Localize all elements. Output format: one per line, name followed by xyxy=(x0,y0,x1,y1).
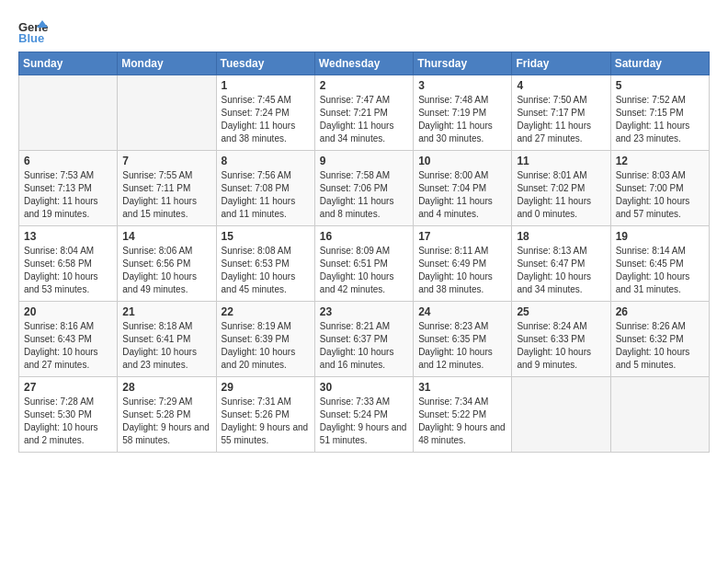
sunrise-label: Sunrise: 8:16 AM xyxy=(24,321,94,331)
day-info: Sunrise: 8:19 AM Sunset: 6:39 PM Dayligh… xyxy=(222,320,310,372)
day-info: Sunrise: 8:08 AM Sunset: 6:53 PM Dayligh… xyxy=(222,245,310,296)
day-info: Sunrise: 8:04 AM Sunset: 6:58 PM Dayligh… xyxy=(24,245,112,296)
day-info: Sunrise: 7:56 AM Sunset: 7:08 PM Dayligh… xyxy=(222,169,310,221)
sunrise-label: Sunrise: 8:06 AM xyxy=(122,246,192,256)
daylight-label: Daylight: 10 hours and 57 minutes. xyxy=(616,196,690,219)
sunset-label: Sunset: 6:37 PM xyxy=(320,334,388,344)
day-number: 14 xyxy=(122,230,210,243)
daylight-label: Daylight: 10 hours and 9 minutes. xyxy=(517,347,591,370)
day-info: Sunrise: 8:00 AM Sunset: 7:04 PM Dayligh… xyxy=(418,169,506,221)
day-number: 16 xyxy=(320,230,408,243)
daylight-label: Daylight: 11 hours and 19 minutes. xyxy=(24,196,98,219)
sunrise-label: Sunrise: 8:11 AM xyxy=(418,246,488,256)
day-number: 21 xyxy=(122,305,210,318)
sunrise-label: Sunrise: 7:33 AM xyxy=(320,396,390,407)
day-number: 23 xyxy=(320,305,408,318)
calendar-body: 1 Sunrise: 7:45 AM Sunset: 7:24 PM Dayli… xyxy=(19,75,710,453)
day-info: Sunrise: 8:18 AM Sunset: 6:41 PM Dayligh… xyxy=(122,320,210,372)
sunset-label: Sunset: 7:17 PM xyxy=(517,108,585,118)
calendar-header-row: SundayMondayTuesdayWednesdayThursdayFrid… xyxy=(19,52,710,75)
sunset-label: Sunset: 5:26 PM xyxy=(222,409,290,419)
calendar-week-row: 20 Sunrise: 8:16 AM Sunset: 6:43 PM Dayl… xyxy=(19,302,710,377)
daylight-label: Daylight: 10 hours and 31 minutes. xyxy=(616,271,690,294)
sunset-label: Sunset: 6:41 PM xyxy=(122,334,190,344)
sunset-label: Sunset: 6:43 PM xyxy=(24,334,92,344)
day-info: Sunrise: 7:33 AM Sunset: 5:24 PM Dayligh… xyxy=(320,396,408,447)
daylight-label: Daylight: 9 hours and 51 minutes. xyxy=(320,422,407,445)
day-header-monday: Monday xyxy=(118,52,216,75)
sunset-label: Sunset: 7:19 PM xyxy=(418,108,486,118)
day-cell: 26 Sunrise: 8:26 AM Sunset: 6:32 PM Dayl… xyxy=(610,302,709,377)
sunrise-label: Sunrise: 7:34 AM xyxy=(418,396,488,407)
daylight-label: Daylight: 10 hours and 12 minutes. xyxy=(418,347,493,370)
day-number: 18 xyxy=(517,230,605,243)
day-number: 31 xyxy=(418,381,506,394)
sunset-label: Sunset: 7:08 PM xyxy=(222,183,290,193)
day-cell: 10 Sunrise: 8:00 AM Sunset: 7:04 PM Dayl… xyxy=(414,151,512,226)
day-number: 19 xyxy=(616,230,704,243)
day-header-saturday: Saturday xyxy=(610,52,709,75)
day-cell: 3 Sunrise: 7:48 AM Sunset: 7:19 PM Dayli… xyxy=(414,75,512,151)
sunrise-label: Sunrise: 8:26 AM xyxy=(616,321,686,331)
empty-cell xyxy=(512,377,610,453)
header: General Blue xyxy=(18,15,710,44)
day-cell: 11 Sunrise: 8:01 AM Sunset: 7:02 PM Dayl… xyxy=(512,151,610,226)
day-cell: 15 Sunrise: 8:08 AM Sunset: 6:53 PM Dayl… xyxy=(216,226,314,302)
sunrise-label: Sunrise: 7:53 AM xyxy=(24,170,94,180)
daylight-label: Daylight: 10 hours and 16 minutes. xyxy=(320,347,394,370)
sunrise-label: Sunrise: 8:18 AM xyxy=(122,321,192,331)
day-number: 11 xyxy=(517,155,605,167)
sunset-label: Sunset: 6:47 PM xyxy=(517,259,585,269)
daylight-label: Daylight: 10 hours and 34 minutes. xyxy=(517,271,591,294)
day-info: Sunrise: 8:03 AM Sunset: 7:00 PM Dayligh… xyxy=(616,169,704,221)
daylight-label: Daylight: 10 hours and 45 minutes. xyxy=(222,271,296,294)
day-cell: 2 Sunrise: 7:47 AM Sunset: 7:21 PM Dayli… xyxy=(314,75,413,151)
day-number: 4 xyxy=(517,79,605,92)
daylight-label: Daylight: 10 hours and 42 minutes. xyxy=(320,271,394,294)
day-cell: 7 Sunrise: 7:55 AM Sunset: 7:11 PM Dayli… xyxy=(118,151,216,226)
daylight-label: Daylight: 11 hours and 0 minutes. xyxy=(517,196,591,219)
sunrise-label: Sunrise: 7:52 AM xyxy=(616,95,686,105)
sunrise-label: Sunrise: 7:45 AM xyxy=(222,95,291,105)
sunrise-label: Sunrise: 7:29 AM xyxy=(122,396,192,407)
day-cell: 4 Sunrise: 7:50 AM Sunset: 7:17 PM Dayli… xyxy=(512,75,610,151)
sunrise-label: Sunrise: 8:04 AM xyxy=(24,246,94,256)
logo: General Blue xyxy=(18,18,48,44)
sunset-label: Sunset: 6:51 PM xyxy=(320,259,388,269)
day-number: 3 xyxy=(418,79,506,92)
sunset-label: Sunset: 6:49 PM xyxy=(418,259,486,269)
day-info: Sunrise: 7:34 AM Sunset: 5:22 PM Dayligh… xyxy=(418,396,506,447)
day-cell: 31 Sunrise: 7:34 AM Sunset: 5:22 PM Dayl… xyxy=(414,377,512,453)
sunset-label: Sunset: 7:24 PM xyxy=(222,108,290,118)
day-cell: 27 Sunrise: 7:28 AM Sunset: 5:30 PM Dayl… xyxy=(19,377,118,453)
day-cell: 16 Sunrise: 8:09 AM Sunset: 6:51 PM Dayl… xyxy=(314,226,413,302)
day-cell: 8 Sunrise: 7:56 AM Sunset: 7:08 PM Dayli… xyxy=(216,151,314,226)
sunset-label: Sunset: 7:04 PM xyxy=(418,183,486,193)
daylight-label: Daylight: 11 hours and 38 minutes. xyxy=(222,121,296,144)
daylight-label: Daylight: 11 hours and 34 minutes. xyxy=(320,121,394,144)
daylight-label: Daylight: 10 hours and 5 minutes. xyxy=(616,347,690,370)
day-info: Sunrise: 8:11 AM Sunset: 6:49 PM Dayligh… xyxy=(418,245,506,296)
sunrise-label: Sunrise: 8:08 AM xyxy=(222,246,291,256)
day-cell: 23 Sunrise: 8:21 AM Sunset: 6:37 PM Dayl… xyxy=(314,302,413,377)
calendar-week-row: 13 Sunrise: 8:04 AM Sunset: 6:58 PM Dayl… xyxy=(19,226,710,302)
sunset-label: Sunset: 6:53 PM xyxy=(222,259,290,269)
sunset-label: Sunset: 5:22 PM xyxy=(418,409,486,419)
sunset-label: Sunset: 6:35 PM xyxy=(418,334,486,344)
day-number: 1 xyxy=(222,79,310,92)
day-cell: 30 Sunrise: 7:33 AM Sunset: 5:24 PM Dayl… xyxy=(314,377,413,453)
day-number: 22 xyxy=(222,305,310,318)
day-info: Sunrise: 7:58 AM Sunset: 7:06 PM Dayligh… xyxy=(320,169,408,221)
day-info: Sunrise: 8:16 AM Sunset: 6:43 PM Dayligh… xyxy=(24,320,112,372)
daylight-label: Daylight: 9 hours and 55 minutes. xyxy=(222,422,309,445)
day-header-thursday: Thursday xyxy=(414,52,512,75)
day-cell: 13 Sunrise: 8:04 AM Sunset: 6:58 PM Dayl… xyxy=(19,226,118,302)
day-info: Sunrise: 8:21 AM Sunset: 6:37 PM Dayligh… xyxy=(320,320,408,372)
sunset-label: Sunset: 7:06 PM xyxy=(320,183,388,193)
sunset-label: Sunset: 6:39 PM xyxy=(222,334,290,344)
sunset-label: Sunset: 7:21 PM xyxy=(320,108,388,118)
sunrise-label: Sunrise: 7:31 AM xyxy=(222,396,291,407)
daylight-label: Daylight: 11 hours and 15 minutes. xyxy=(122,196,197,219)
calendar-week-row: 6 Sunrise: 7:53 AM Sunset: 7:13 PM Dayli… xyxy=(19,151,710,226)
day-info: Sunrise: 7:55 AM Sunset: 7:11 PM Dayligh… xyxy=(122,169,210,221)
